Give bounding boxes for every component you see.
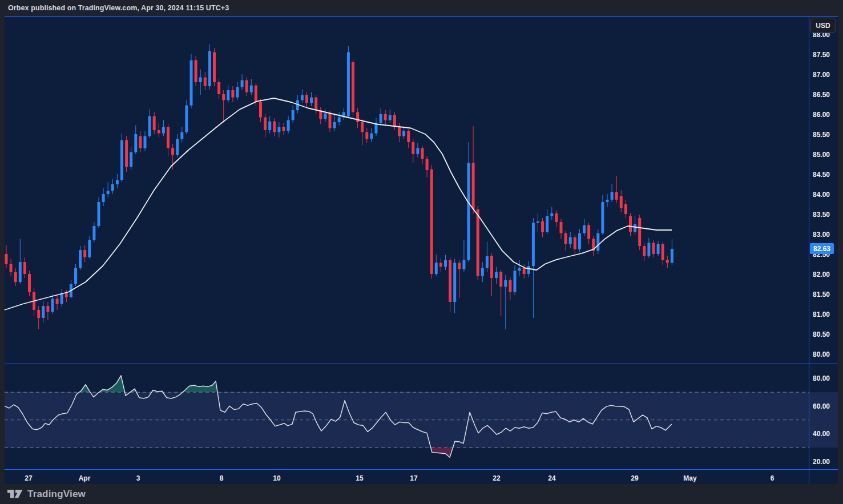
candle-body <box>398 126 401 136</box>
candle-body <box>481 268 484 276</box>
candle-body <box>42 306 45 318</box>
candle-body <box>74 268 77 284</box>
candle-body <box>657 244 660 255</box>
candle-body <box>611 192 614 200</box>
candle-body <box>462 260 465 269</box>
candle-body <box>227 90 229 100</box>
candle-body <box>231 90 234 98</box>
price-tick-label: 81.50 <box>813 291 830 299</box>
candle-body <box>412 142 414 154</box>
candle-body <box>583 225 586 233</box>
candle-body <box>587 225 590 239</box>
candle-body <box>523 268 526 275</box>
candle-body <box>236 87 239 97</box>
price-tick-label: 80.00 <box>813 350 830 358</box>
time-tick-label: 6 <box>771 474 775 482</box>
currency-button[interactable]: USD <box>810 18 836 33</box>
tradingview-published-screenshot: { "header": { "title": "Orbex published … <box>0 0 843 504</box>
candle-body <box>361 122 364 132</box>
candle-body <box>499 272 502 287</box>
candle-body <box>347 53 350 116</box>
candle-body <box>190 61 193 106</box>
candle-body <box>125 140 128 167</box>
candle-body <box>477 209 479 276</box>
candle-body <box>564 233 567 244</box>
candle-body <box>98 202 100 226</box>
candle-body <box>14 272 17 283</box>
candle-body <box>407 131 410 142</box>
candle-body <box>23 262 26 274</box>
price-tick-label: 87.50 <box>813 51 830 59</box>
candle-body <box>292 110 295 120</box>
candle-body <box>283 127 285 131</box>
candle-body <box>213 53 216 83</box>
candle-body <box>102 194 105 202</box>
candle-body <box>19 262 22 282</box>
candle-body <box>255 86 257 102</box>
candle-body <box>671 249 673 263</box>
candle-body <box>620 196 623 208</box>
candle-body <box>148 116 151 136</box>
attribution-text: Orbex published on TradingView.com, Apr … <box>8 4 229 12</box>
time-tick-label: 10 <box>273 474 281 482</box>
candle-body <box>10 264 13 272</box>
time-tick-label: 17 <box>410 474 418 482</box>
candle-body <box>46 306 49 312</box>
price-tick-label: 83.00 <box>813 231 830 239</box>
candle-body <box>472 163 475 209</box>
time-tick-label: 3 <box>136 474 140 482</box>
candle-body <box>195 61 197 83</box>
candle-body <box>509 280 511 292</box>
candle-body <box>439 263 442 267</box>
candle-body <box>449 260 451 303</box>
time-tick-label: May <box>683 474 697 482</box>
candle-body <box>264 118 267 130</box>
candle-body <box>5 254 8 264</box>
candle-body <box>329 114 332 128</box>
chart-area: 88.0087.5087.0086.5086.0085.5085.0084.50… <box>0 16 843 484</box>
candle-body <box>268 122 271 130</box>
candle-body <box>467 163 470 260</box>
candle-body <box>555 213 558 222</box>
candle-body <box>180 132 183 139</box>
candle-body <box>601 202 604 233</box>
candle-body <box>514 271 517 292</box>
candle-body <box>495 272 498 279</box>
candle-body <box>393 115 396 126</box>
candle-body <box>134 134 137 152</box>
rsi-tick-label: 60.00 <box>813 402 830 410</box>
candle-body <box>574 237 576 249</box>
brand-text[interactable]: TradingView <box>27 489 86 500</box>
candle-body <box>596 233 599 251</box>
candle-body <box>416 148 419 155</box>
candle-body <box>546 216 548 232</box>
candle-body <box>458 263 461 269</box>
candle-body <box>65 293 68 297</box>
candle-body <box>88 240 91 257</box>
candle-body <box>139 136 142 148</box>
candle-body <box>527 266 530 274</box>
candle-body <box>208 51 211 86</box>
price-tick-label: 82.00 <box>813 271 830 279</box>
title-bar: Orbex published on TradingView.com, Apr … <box>0 0 843 16</box>
candle-body <box>389 115 392 120</box>
chart-canvas[interactable]: 88.0087.5087.0086.5086.0085.5085.0084.50… <box>0 16 843 484</box>
candle-body <box>356 112 359 123</box>
price-tick-label: 87.00 <box>813 71 830 79</box>
candle-body <box>144 136 147 148</box>
candle-body <box>259 102 262 118</box>
rsi-tick-label: 40.00 <box>813 430 830 438</box>
rsi-tick-label: 20.00 <box>813 458 830 466</box>
tradingview-logo-icon[interactable] <box>7 489 23 499</box>
candle-body <box>185 106 188 132</box>
candle-body <box>333 122 336 128</box>
rsi-tick-label: 80.00 <box>813 374 830 382</box>
candle-body <box>245 80 248 92</box>
candle-body <box>638 218 641 246</box>
candle-body <box>204 78 207 86</box>
candle-body <box>634 224 636 232</box>
candle-body <box>652 243 655 254</box>
candle-body <box>421 148 424 159</box>
candle-body <box>28 274 31 292</box>
candle-body <box>158 130 160 134</box>
